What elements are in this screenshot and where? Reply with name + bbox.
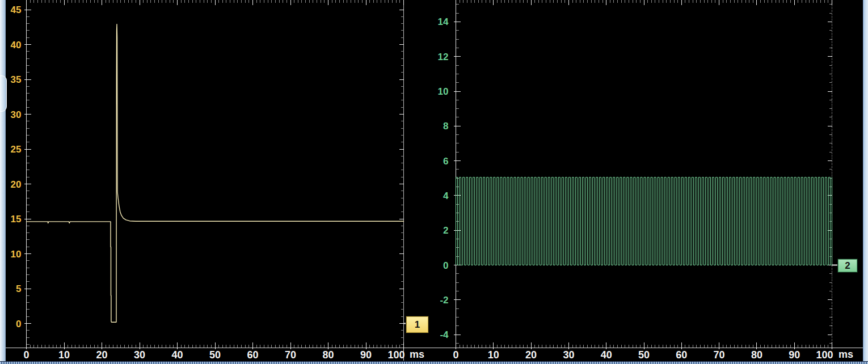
channel-1-marker[interactable]: 1	[406, 316, 428, 333]
channel-2-marker[interactable]: 2	[838, 259, 857, 272]
y-tick-label: 12	[438, 52, 449, 62]
window-right-edge	[863, 0, 868, 364]
y-tick-label: 10	[438, 86, 449, 97]
x-tick-label: 80	[322, 349, 334, 361]
scope-panel-2: -4-2024681012140102030405060708090100	[438, 0, 838, 361]
x-tick-label: 30	[563, 349, 574, 361]
x-tick-label: 40	[601, 349, 612, 361]
x-tick-label: 70	[714, 349, 725, 361]
channel-2-trace	[456, 177, 832, 265]
panel-1-x-labels: 0102030405060708090100	[23, 349, 404, 361]
x-tick-label: 100	[387, 349, 404, 361]
y-tick-label: 2	[443, 225, 448, 236]
x-tick-label: 20	[96, 349, 107, 361]
y-tick-label: 4	[443, 191, 449, 201]
y-tick-label: 10	[11, 249, 22, 260]
x-tick-label: 10	[488, 349, 499, 361]
x-tick-label: 50	[638, 349, 650, 361]
y-tick-label: 25	[11, 144, 22, 155]
x-tick-label: 20	[525, 349, 537, 361]
y-tick-label: 6	[443, 156, 448, 167]
window-left-edge	[0, 0, 6, 364]
waveform-display[interactable]: 0510152025303540450102030405060708090100…	[0, 0, 868, 364]
x-tick-label: 50	[209, 349, 221, 361]
x-tick-label: 60	[676, 349, 687, 361]
y-tick-label: 8	[443, 121, 448, 132]
x-tick-label: 40	[171, 349, 183, 361]
panel-1-ticks	[24, 0, 404, 349]
y-tick-label: 20	[11, 179, 22, 190]
window-bottom-edge	[0, 361, 868, 364]
x-tick-label: 30	[134, 349, 145, 361]
y-tick-label: 30	[11, 109, 22, 120]
panel-2-y-labels: -4-202468101214	[438, 16, 449, 340]
y-tick-label: 35	[11, 74, 22, 85]
time-unit-label-1: ms	[410, 349, 424, 361]
x-tick-label: 100	[816, 349, 833, 361]
y-tick-label: -2	[440, 295, 448, 306]
panel-2-x-labels: 0102030405060708090100	[453, 349, 833, 361]
x-tick-label: 0	[453, 349, 458, 361]
y-tick-label: 14	[438, 16, 449, 27]
x-tick-label: 60	[247, 349, 258, 361]
y-tick-label: 0	[16, 319, 21, 329]
y-tick-label: -4	[440, 329, 449, 340]
x-tick-label: 70	[285, 349, 296, 361]
x-tick-label: 80	[751, 349, 762, 361]
scope-panel-1: 0510152025303540450102030405060708090100	[11, 0, 407, 361]
x-tick-label: 10	[58, 349, 70, 361]
channel-1-trace	[27, 24, 404, 323]
y-tick-label: 40	[11, 40, 22, 50]
x-tick-label: 90	[360, 349, 372, 361]
x-tick-label: 90	[789, 349, 800, 361]
panel-collapse-handle[interactable]	[0, 75, 7, 112]
y-tick-label: 45	[11, 5, 22, 15]
panel-2-ticks	[454, 0, 832, 349]
y-tick-label: 5	[16, 283, 21, 294]
y-tick-label: 15	[11, 214, 22, 225]
y-tick-label: 0	[443, 260, 448, 271]
oscilloscope-window: 0510152025303540450102030405060708090100…	[0, 0, 868, 364]
time-unit-label-2: ms	[838, 349, 853, 361]
panel-1-y-labels: 051015202530354045	[11, 5, 22, 329]
x-tick-label: 0	[23, 349, 29, 361]
